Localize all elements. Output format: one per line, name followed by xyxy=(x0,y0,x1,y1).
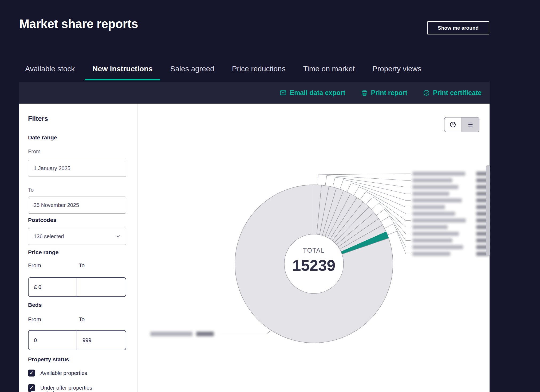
redacted-text-bar xyxy=(412,172,465,176)
leader-line xyxy=(340,180,411,194)
redacted-legend-row xyxy=(412,244,489,250)
print-certificate-link[interactable]: Print certificate xyxy=(423,89,482,97)
redacted-big-slice-label xyxy=(150,331,220,338)
scrollbar-thumb[interactable] xyxy=(486,165,490,256)
redacted-text-bar xyxy=(150,332,192,336)
redacted-legend-row xyxy=(412,204,489,210)
tab-available-stock[interactable]: Available stock xyxy=(25,65,75,80)
redacted-text-bar xyxy=(412,178,452,182)
export-toolbar: Email data export Print report Print cer… xyxy=(19,82,490,104)
tab-sales-agreed[interactable]: Sales agreed xyxy=(170,65,214,80)
redacted-legend-row xyxy=(412,190,489,197)
leader-line xyxy=(318,174,411,185)
tab-property-views[interactable]: Property views xyxy=(372,65,421,80)
redacted-text-bar xyxy=(412,245,463,249)
redacted-legend-row xyxy=(412,237,489,244)
redacted-legend-row xyxy=(412,177,489,184)
tab-new-instructions[interactable]: New instructions xyxy=(85,65,160,80)
redacted-value-bar xyxy=(196,332,214,336)
email-data-export-link[interactable]: Email data export xyxy=(279,89,345,97)
redacted-legend-row xyxy=(412,217,489,224)
show-me-around-button[interactable]: Show me around xyxy=(427,21,489,34)
leader-line xyxy=(325,175,411,185)
print-report-label: Print report xyxy=(371,89,407,97)
printer-icon xyxy=(361,89,368,96)
redacted-text-bar xyxy=(412,238,452,242)
report-tabs: Available stock New instructions Sales a… xyxy=(25,65,421,80)
leader-line xyxy=(220,330,271,334)
redacted-legend-row xyxy=(412,197,489,204)
redacted-text-bar xyxy=(412,205,445,209)
redacted-legend-row xyxy=(412,170,489,177)
page-title: Market share reports xyxy=(19,17,138,31)
redacted-legend-row xyxy=(412,224,489,230)
redacted-legend-row xyxy=(412,230,489,237)
tab-price-reductions[interactable]: Price reductions xyxy=(232,65,286,80)
redacted-legend-row xyxy=(412,210,489,217)
redacted-legend-row xyxy=(412,184,489,190)
redacted-text-bar xyxy=(412,252,450,256)
redacted-text-bar xyxy=(412,185,458,189)
redacted-text-bar xyxy=(412,212,455,216)
redacted-text-bar xyxy=(412,232,459,236)
print-certificate-label: Print certificate xyxy=(433,89,482,97)
check-circle-icon xyxy=(423,89,430,96)
redacted-legend-row xyxy=(412,250,489,257)
envelope-icon xyxy=(279,89,287,96)
leader-line xyxy=(333,177,411,187)
redacted-text-bar xyxy=(412,218,466,222)
redacted-legend xyxy=(412,170,489,257)
tab-time-on-market[interactable]: Time on market xyxy=(303,65,355,80)
print-report-link[interactable]: Print report xyxy=(361,89,407,97)
email-data-export-label: Email data export xyxy=(290,89,345,97)
redacted-text-bar xyxy=(412,192,449,196)
redacted-text-bar xyxy=(412,225,448,229)
donut-hole xyxy=(284,234,344,293)
redacted-text-bar xyxy=(412,198,462,202)
